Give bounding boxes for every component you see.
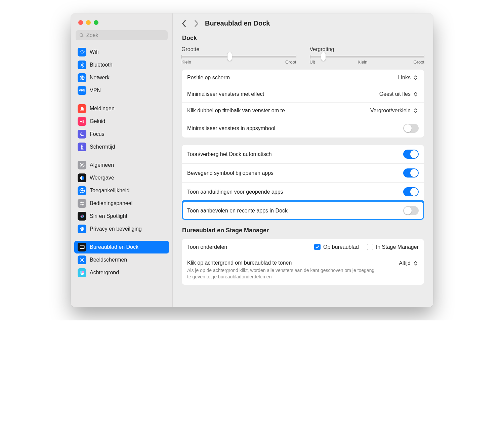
- stepper-icon: [413, 74, 419, 81]
- sidebar-item-weergave[interactable]: Weergave: [74, 171, 169, 184]
- moon-icon: [78, 130, 86, 139]
- sidebar-item-toegankelijkheid[interactable]: Toegankelijkheid: [74, 184, 169, 197]
- sidebar-item-meldingen[interactable]: Meldingen: [74, 102, 169, 115]
- sidebar-item-bluetooth[interactable]: Bluetooth: [74, 58, 169, 71]
- click-background-popup[interactable]: Altijd: [399, 260, 419, 267]
- sidebar-item-label: Privacy en beveiliging: [90, 226, 142, 232]
- dock-size-track[interactable]: [181, 56, 296, 57]
- search-field[interactable]: [76, 30, 168, 40]
- svg-point-2: [82, 53, 82, 54]
- close-window-button[interactable]: [78, 20, 83, 25]
- show-on-desktop-checkbox[interactable]: Op bureaublad: [314, 244, 359, 250]
- sidebar-item-algemeen[interactable]: Algemeen: [74, 159, 169, 171]
- stage-panel: Toon onderdelen Op bureaublad In Stage M…: [181, 239, 424, 285]
- stepper-icon: [413, 260, 419, 267]
- sidebar-item-focus[interactable]: Focus: [74, 128, 169, 141]
- sidebar-item-wifi[interactable]: Wifi: [74, 46, 169, 58]
- sidebar-item-label: VPN: [90, 87, 101, 93]
- dock-size-max: Groot: [285, 60, 296, 65]
- back-button[interactable]: [181, 20, 187, 27]
- siri-icon: [78, 212, 86, 221]
- minimize-window-button[interactable]: [86, 20, 91, 25]
- sidebar-item-beeldschermen[interactable]: Beeldschermen: [74, 253, 169, 266]
- dock-r1-2-label: Klik dubbel op titelbalk van venster om …: [187, 108, 370, 114]
- dock-r1-0-popup[interactable]: Links: [398, 74, 419, 81]
- dock-r1-3-switch[interactable]: [403, 124, 419, 133]
- sidebar-nav[interactable]: WifiBluetoothNetwerkVPNVPNMeldingenGelui…: [71, 44, 172, 307]
- dock-panel-1: Positie op scherm Links Minimaliseer ven…: [181, 69, 424, 138]
- dock-r1-1-row: Minimaliseer vensters met effect Geest u…: [182, 86, 424, 102]
- system-settings-window: WifiBluetoothNetwerkVPNVPNMeldingenGelui…: [71, 13, 433, 307]
- topbar: Bureaublad en Dock: [173, 13, 433, 32]
- sidebar-item-label: Siri en Spotlight: [90, 213, 127, 219]
- dock-mag-min: Klein: [358, 60, 367, 65]
- sidebar-item-bedieningspaneel[interactable]: Bedieningspaneel: [74, 197, 169, 210]
- sound-icon: [78, 117, 86, 126]
- content-scroll[interactable]: Dock Grootte Klein Groot Vergroting: [173, 32, 433, 307]
- dock-r1-3-row: Minimaliseer vensters in appsymbool: [182, 119, 424, 138]
- sidebar-item-bureaublad-en-dock[interactable]: Bureaublad en Dock: [74, 241, 169, 253]
- stepper-icon: [413, 91, 419, 97]
- svg-point-4: [81, 164, 83, 166]
- hand-icon: [78, 225, 86, 233]
- dock-r1-2-popup[interactable]: Vergroot/verklein: [370, 107, 419, 114]
- checkbox-icon: [367, 244, 373, 250]
- dock-r1-0-row: Positie op scherm Links: [182, 70, 424, 86]
- sidebar-item-vpn[interactable]: VPNVPN: [74, 84, 169, 97]
- sidebar-item-label: Focus: [90, 131, 104, 137]
- dock-r1-1-popup[interactable]: Geest uit fles: [379, 91, 419, 97]
- wifi-icon: [78, 48, 86, 56]
- svg-point-17: [81, 259, 83, 261]
- click-background-label: Klik op achtergrond om bureaublad te ton…: [187, 260, 399, 266]
- dock-r2-0-switch[interactable]: [403, 150, 419, 159]
- sidebar-item-label: Geluid: [90, 118, 105, 124]
- sidebar-item-label: Achtergrond: [90, 270, 119, 276]
- dock-mag-off: Uit: [310, 60, 315, 65]
- dock-size-min: Klein: [181, 60, 191, 65]
- appearance-icon: [78, 173, 86, 182]
- dock-magnification-slider[interactable]: Vergroting Uit Klein Groot: [310, 46, 425, 65]
- gear-icon: [78, 161, 86, 169]
- show-items-label: Toon onderdelen: [187, 244, 314, 250]
- sidebar-item-label: Toegankelijkheid: [90, 188, 129, 194]
- svg-rect-16: [80, 247, 84, 248]
- dock-r2-1-switch[interactable]: [403, 168, 419, 178]
- main-pane: Bureaublad en Dock Dock Grootte Klein Gr…: [173, 13, 433, 307]
- show-on-desktop-label: Op bureaublad: [323, 244, 359, 250]
- dock-r2-3-label: Toon aanbevolen en recente apps in Dock: [187, 208, 403, 214]
- sidebar-item-geluid[interactable]: Geluid: [74, 115, 169, 128]
- sidebar-item-label: Algemeen: [90, 162, 114, 168]
- show-in-stage-manager-checkbox[interactable]: In Stage Manager: [367, 244, 419, 250]
- sidebar-item-siri-en-spotlight[interactable]: Siri en Spotlight: [74, 210, 169, 223]
- sidebar-item-netwerk[interactable]: Netwerk: [74, 71, 169, 84]
- sidebar-item-label: Netwerk: [90, 75, 110, 81]
- dock-r2-3-switch[interactable]: [403, 206, 419, 215]
- dock-r2-1-row: Bewegend symbool bij openen apps: [182, 163, 424, 182]
- bell-icon: [78, 104, 86, 113]
- zoom-window-button[interactable]: [94, 20, 98, 25]
- globe-icon: [78, 73, 86, 82]
- sidebar-item-achtergrond[interactable]: Achtergrond: [74, 266, 169, 279]
- sidebar-item-schermtijd[interactable]: Schermtijd: [74, 141, 169, 153]
- svg-point-7: [82, 189, 82, 190]
- dock-section-title: Dock: [182, 35, 424, 42]
- search-input[interactable]: [86, 32, 164, 38]
- dock-mag-track[interactable]: [310, 56, 425, 57]
- click-background-row: Klik op achtergrond om bureaublad te ton…: [182, 255, 424, 285]
- svg-point-9: [81, 202, 82, 203]
- dock-r2-1-label: Bewegend symbool bij openen apps: [187, 170, 403, 176]
- hourglass-icon: [78, 143, 86, 151]
- dock-mag-label: Vergroting: [310, 46, 425, 52]
- dock-size-slider[interactable]: Grootte Klein Groot: [181, 46, 296, 65]
- dock-r1-0-label: Positie op scherm: [187, 75, 398, 81]
- show-items-row: Toon onderdelen Op bureaublad In Stage M…: [182, 239, 424, 255]
- sidebar-item-label: Meldingen: [90, 106, 115, 112]
- dock-mag-max: Groot: [413, 60, 424, 65]
- forward-button[interactable]: [194, 20, 199, 27]
- accessibility-icon: [78, 186, 86, 195]
- sidebar-item-privacy-en-beveiliging[interactable]: Privacy en beveiliging: [74, 223, 169, 235]
- sidebar-item-label: Bureaublad en Dock: [90, 244, 138, 250]
- sidebar-item-label: Schermtijd: [90, 144, 115, 150]
- dock-r2-2-switch[interactable]: [403, 187, 419, 196]
- click-background-value: Altijd: [399, 260, 411, 266]
